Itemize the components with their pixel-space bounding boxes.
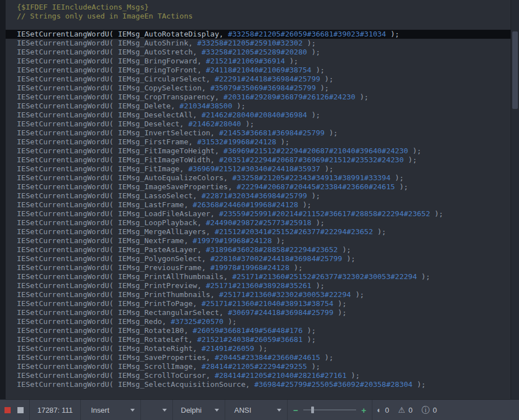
code-line[interactable]: IESetCurrentLangWordU( IEMsg_Rotate180, … <box>6 326 511 335</box>
string-literal-token: #24490#29872#25773#25918 <box>206 218 312 227</box>
warnings-counter[interactable]: ⚠ 0 <box>394 400 417 420</box>
code-line[interactable]: IESetCurrentLangWordU( IEMsg_LassoSelect… <box>6 191 511 200</box>
code-token: ); <box>320 75 333 83</box>
macro-stop-icon[interactable] <box>17 407 24 413</box>
code-line[interactable]: IESetCurrentLangWordU( IEMsg_LastFrame, … <box>6 200 511 209</box>
code-token: IESetCurrentLangWordU( IEMsg_CircularSel… <box>17 75 215 83</box>
code-line[interactable]: IESetCurrentLangWordU( IEMsg_PasteAsLaye… <box>6 245 511 254</box>
messages-count: 0 <box>385 406 389 414</box>
code-token: IESetCurrentLangWordU( IEMsg_ScrollImage… <box>17 362 202 371</box>
insert-mode-select[interactable]: Insert <box>81 400 140 420</box>
line-ends-select[interactable] <box>141 400 172 420</box>
code-line[interactable]: IESetCurrentLangWordU( IEMsg_FitImageToH… <box>6 147 511 156</box>
string-literal-token: #22291#24418#36984#25799 <box>215 75 320 83</box>
zoom-out-button[interactable]: − <box>293 406 298 414</box>
code-token: ); <box>285 57 298 65</box>
vertical-scrollbar[interactable] <box>511 0 519 400</box>
code-token: ); <box>404 156 417 164</box>
string-literal-token: #21462#28040 <box>188 120 241 128</box>
code-token: ); <box>311 281 324 290</box>
code-line[interactable]: IESetCurrentLangWordU( IEMsg_MergeAllLay… <box>6 227 511 236</box>
code-line[interactable]: IESetCurrentLangWordU( IEMsg_PreviousFra… <box>6 263 511 272</box>
macro-controls <box>0 400 29 420</box>
string-literal-token: #33258#21205#25289#20280 <box>202 48 307 56</box>
code-line[interactable]: IESetCurrentLangWordU( IEMsg_Rectangular… <box>6 308 511 317</box>
zoom-slider[interactable] <box>303 405 356 414</box>
zoom-slider-thumb[interactable] <box>311 407 314 413</box>
caret-position[interactable]: 17287: 111 <box>30 400 80 420</box>
code-line-blank[interactable] <box>6 21 511 30</box>
code-line-comment[interactable]: // Strings only used in ImageEn TActions <box>6 12 511 21</box>
code-line-current[interactable]: IESetCurrentLangWordU( IEMsg_AutoRotateD… <box>6 30 511 39</box>
vertical-scrollbar-thumb[interactable] <box>512 31 518 109</box>
code-line[interactable]: IESetCurrentLangWordU( IEMsg_PrintPrevie… <box>6 281 511 290</box>
code-line[interactable]: IESetCurrentLangWordU( IEMsg_NextFrame, … <box>6 236 511 245</box>
code-token: ); <box>334 299 347 308</box>
lexer-label: Delphi <box>181 406 202 414</box>
code-line[interactable]: IESetCurrentLangWordU( IEMsg_FitImage, #… <box>6 165 511 174</box>
string-literal-token: #23559#25991#20214#21152#36617#28858#222… <box>219 209 430 218</box>
code-line[interactable]: IESetCurrentLangWordU( IEMsg_CropTranspa… <box>6 93 511 102</box>
string-literal-token: #28414#21205#21040#28216#27161 <box>215 371 347 380</box>
code-line[interactable]: IESetCurrentLangWordU( IEMsg_DeselectAll… <box>6 111 511 120</box>
editor-gutter <box>0 0 6 400</box>
code-line[interactable]: IESetCurrentLangWordU( IEMsg_CircularSel… <box>6 75 511 84</box>
string-literal-token: #19979#19968#24128 <box>193 236 272 245</box>
code-token: ); <box>386 30 399 38</box>
string-literal-token: #20445#23384#23660#24615 <box>215 353 320 362</box>
code-line[interactable]: IESetCurrentLangWordU( IEMsg_SelectAcqui… <box>6 380 511 389</box>
editor-pane[interactable]: {$IFDEF IEIncludeActions_Msgs} // String… <box>0 0 519 400</box>
code-line-directive[interactable]: {$IFDEF IEIncludeActions_Msgs} <box>6 3 511 12</box>
code-token: IESetCurrentLangWordU( IEMsg_LastFrame, <box>17 200 193 209</box>
code-line[interactable]: IESetCurrentLangWordU( IEMsg_LoopPlaybac… <box>6 218 511 227</box>
encoding-select[interactable]: ANSI <box>225 400 287 420</box>
messages-counter[interactable]: ◐ 0 <box>372 400 394 420</box>
string-literal-token: #37325#20570 <box>171 317 224 326</box>
string-literal-token: #22810#37002#24418#36984#25799 <box>210 254 342 263</box>
code-token: IESetCurrentLangWordU( IEMsg_ImageSavePr… <box>17 182 236 191</box>
string-literal-token: #36969#21512#22294#20687#21040#39640#242… <box>224 147 408 155</box>
code-token: IESetCurrentLangWordU( IEMsg_FitImage, <box>17 165 188 173</box>
code-line[interactable]: IESetCurrentLangWordU( IEMsg_FitImageToW… <box>6 156 511 165</box>
code-line[interactable]: IESetCurrentLangWordU( IEMsg_RotateRight… <box>6 344 511 353</box>
code-line[interactable]: IESetCurrentLangWordU( IEMsg_PrintThumbn… <box>6 290 511 299</box>
string-literal-token: #21462#28040#20840#36984 <box>202 111 307 119</box>
string-literal-token: #24118#21040#21069#38754 <box>206 66 312 74</box>
code-line[interactable]: IESetCurrentLangWordU( IEMsg_InvertSelec… <box>6 129 511 138</box>
code-line[interactable]: IESetCurrentLangWordU( IEMsg_PrintToPage… <box>6 299 511 308</box>
code-line[interactable]: IESetCurrentLangWordU( IEMsg_LoadFileAsL… <box>6 209 511 218</box>
lexer-select[interactable]: Delphi <box>173 400 225 420</box>
code-token: ); <box>342 254 355 263</box>
code-token: ); <box>224 317 236 326</box>
string-literal-token: #33258#21205#25910#32302 <box>197 39 303 47</box>
code-line[interactable]: IESetCurrentLangWordU( IEMsg_PrintAllThu… <box>6 272 511 281</box>
chevron-down-icon <box>215 409 219 412</box>
code-line[interactable]: IESetCurrentLangWordU( IEMsg_Deselect, #… <box>6 120 511 129</box>
code-token: IESetCurrentLangWordU( IEMsg_CopySelecti… <box>17 84 210 92</box>
code-line[interactable]: IESetCurrentLangWordU( IEMsg_AutoShrink,… <box>6 39 511 48</box>
info-counter[interactable]: ⓘ 0 <box>417 400 441 420</box>
code-line[interactable]: IESetCurrentLangWordU( IEMsg_ScrollImage… <box>6 362 511 371</box>
code-line[interactable]: IESetCurrentLangWordU( IEMsg_ScrollToCur… <box>6 371 511 380</box>
code-line[interactable]: IESetCurrentLangWordU( IEMsg_CopySelecti… <box>6 84 511 93</box>
zoom-in-button[interactable]: + <box>361 406 366 414</box>
code-line[interactable]: IESetCurrentLangWordU( IEMsg_SavePropert… <box>6 353 511 362</box>
code-line[interactable]: IESetCurrentLangWordU( IEMsg_PolygonSele… <box>6 254 511 263</box>
code-token: ); <box>334 308 347 317</box>
code-line[interactable]: IESetCurrentLangWordU( IEMsg_AutoStretch… <box>6 48 511 57</box>
code-line[interactable]: IESetCurrentLangWordU( IEMsg_AutoEqualiz… <box>6 174 511 182</box>
code-token: ); <box>311 66 324 74</box>
chevron-down-icon <box>130 409 135 412</box>
code-token: IESetCurrentLangWordU( IEMsg_RotateRight… <box>17 344 202 353</box>
code-line[interactable]: IESetCurrentLangWordU( IEMsg_RotateLeft,… <box>6 335 511 344</box>
code-line[interactable]: IESetCurrentLangWordU( IEMsg_FirstFrame,… <box>6 138 511 147</box>
half-circle-icon: ◐ <box>377 406 381 414</box>
code-line[interactable]: IESetCurrentLangWordU( IEMsg_Redo, #3732… <box>6 317 511 326</box>
code-line[interactable]: IESetCurrentLangWordU( IEMsg_Delete, #21… <box>6 102 511 111</box>
code-line[interactable]: IESetCurrentLangWordU( IEMsg_ImageSavePr… <box>6 182 511 191</box>
code-token: IESetCurrentLangWordU( IEMsg_Deselect, <box>17 120 188 128</box>
code-token: ); <box>233 102 245 110</box>
macro-record-icon[interactable] <box>4 407 11 413</box>
code-line[interactable]: IESetCurrentLangWordU( IEMsg_BringToFron… <box>6 66 511 75</box>
code-line[interactable]: IESetCurrentLangWordU( IEMsg_BringForwar… <box>6 57 511 66</box>
